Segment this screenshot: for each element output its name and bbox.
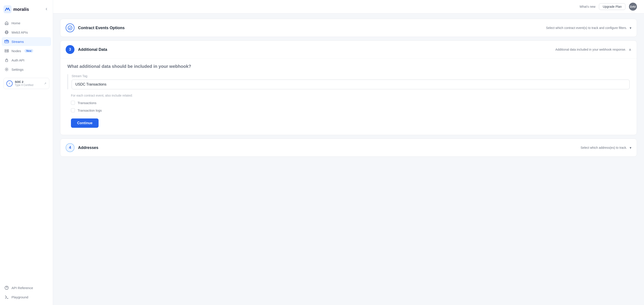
sidebar-item-nodes-label: Nodes (12, 49, 21, 53)
home-icon (4, 21, 9, 25)
nodes-new-badge: New (24, 49, 33, 52)
additional-data-card: 3 Additional Data Additional data includ… (60, 40, 637, 135)
playground-icon (4, 295, 9, 299)
checkbox-transactions-label: Transactions (78, 101, 96, 105)
addresses-left: 4 Addresses (66, 143, 577, 152)
sidebar-collapse-button[interactable] (44, 6, 49, 12)
sidebar-item-settings[interactable]: Settings (2, 65, 51, 74)
sidebar-item-authapi[interactable]: Auth API (2, 56, 51, 64)
stream-tag-field-group: Stream Tag (68, 74, 630, 89)
sidebar-item-playground-label: Playground (12, 295, 28, 299)
sidebar-logo: moralis (0, 4, 53, 18)
contract-events-description: Select which contract event(s) to track … (546, 26, 627, 30)
additional-data-card-header[interactable]: 3 Additional Data Additional data includ… (60, 41, 637, 58)
sidebar-item-web3apis-label: Web3 APIs (12, 30, 28, 34)
sidebar-item-web3apis[interactable]: Web3 APIs (2, 28, 51, 37)
sidebar-item-authapi-label: Auth API (12, 58, 24, 62)
apireference-icon (4, 286, 9, 290)
sidebar-item-apireference[interactable]: API Reference (2, 283, 51, 292)
contract-events-card: Contract Events Options Select which con… (60, 19, 637, 37)
additional-data-title: Additional Data (78, 47, 107, 52)
sidebar-item-nodes[interactable]: Nodes New (2, 46, 51, 55)
checkbox-transaction-logs-label: Transaction logs (78, 108, 102, 112)
additional-data-left: 3 Additional Data (66, 45, 552, 54)
streams-icon (4, 39, 9, 44)
sidebar-item-home[interactable]: Home (2, 18, 51, 28)
brand-name: moralis (13, 7, 29, 12)
sidebar-item-streams-label: Streams (12, 40, 24, 44)
upgrade-plan-button[interactable]: Upgrade Plan (599, 3, 626, 10)
addresses-description: Select which address(es) to track. (580, 146, 627, 150)
moralis-logo-icon (4, 5, 12, 13)
step-circle-addresses: 4 (66, 143, 74, 152)
checkbox-transactions[interactable]: Transactions (71, 101, 630, 105)
nodes-icon (4, 48, 9, 53)
authapi-icon (4, 58, 9, 62)
additional-data-right: Additional data included in your webhook… (556, 48, 632, 52)
sidebar-item-home-label: Home (12, 21, 20, 25)
logo-area: moralis (4, 5, 29, 13)
contract-events-title: Contract Events Options (78, 26, 125, 30)
additional-data-body: What additional data should be included … (60, 58, 637, 135)
soc-check-icon: ✓ (6, 80, 12, 87)
soc-external-link-icon: ↗ (44, 82, 46, 85)
checkbox-transaction-logs-box[interactable] (71, 108, 75, 112)
svg-point-8 (8, 52, 8, 52)
svg-point-13 (68, 26, 72, 30)
soc-subtitle: Type II Certified (15, 84, 42, 87)
svg-point-7 (8, 50, 8, 50)
addresses-chevron-icon: ▾ (630, 146, 632, 150)
stream-tag-input[interactable] (72, 80, 630, 89)
contract-events-left: Contract Events Options (66, 24, 542, 32)
step-circle-additional-data: 3 (66, 45, 74, 54)
sidebar-item-apireference-label: API Reference (12, 286, 33, 290)
content-area: Contract Events Options Select which con… (53, 14, 644, 305)
main-area: What's new Upgrade Plan DAV Contract Eve… (53, 0, 644, 305)
stream-tag-label: Stream Tag (72, 74, 630, 78)
addresses-card-header[interactable]: 4 Addresses Select which address(es) to … (60, 139, 637, 156)
soc-text-area: SOC 2 Type II Certified (15, 80, 42, 87)
checkbox-transactions-box[interactable] (71, 101, 75, 105)
sidebar: moralis Home (0, 0, 53, 305)
top-header: What's new Upgrade Plan DAV (53, 0, 644, 14)
addresses-right: Select which address(es) to track. ▾ (580, 146, 632, 150)
web3apis-icon (4, 30, 9, 34)
sidebar-item-playground[interactable]: Playground (2, 292, 51, 302)
step-circle-contract-events (66, 24, 74, 32)
whats-new-button[interactable]: What's new (580, 5, 596, 8)
sidebar-item-settings-label: Settings (12, 68, 24, 72)
related-label: For each contract event, also include re… (68, 94, 630, 97)
sidebar-item-streams[interactable]: Streams (2, 37, 51, 46)
addresses-card: 4 Addresses Select which address(es) to … (60, 138, 637, 157)
soc-badge[interactable]: ✓ SOC 2 Type II Certified ↗ (4, 78, 49, 89)
addresses-title: Addresses (78, 146, 98, 150)
nav-items: Home Web3 APIs Streams (0, 18, 53, 283)
contract-events-chevron-icon: ▾ (630, 26, 632, 30)
checkbox-transaction-logs[interactable]: Transaction logs (71, 108, 630, 112)
checkbox-group: Transactions Transaction logs (68, 101, 630, 112)
svg-rect-9 (6, 60, 8, 62)
contract-events-right: Select which contract event(s) to track … (546, 26, 632, 30)
additional-data-chevron-icon: ∧ (629, 48, 632, 52)
additional-data-description: Additional data included in your webhook… (556, 48, 626, 51)
svg-point-10 (6, 69, 7, 70)
settings-icon (4, 67, 9, 72)
contract-events-card-header[interactable]: Contract Events Options Select which con… (60, 19, 637, 37)
sidebar-bottom: API Reference Playground (0, 283, 53, 302)
section-question: What additional data should be included … (68, 64, 630, 69)
user-avatar[interactable]: DAV (629, 3, 637, 10)
svg-point-12 (6, 289, 7, 289)
soc-title: SOC 2 (15, 80, 42, 84)
continue-button[interactable]: Continue (71, 118, 98, 128)
